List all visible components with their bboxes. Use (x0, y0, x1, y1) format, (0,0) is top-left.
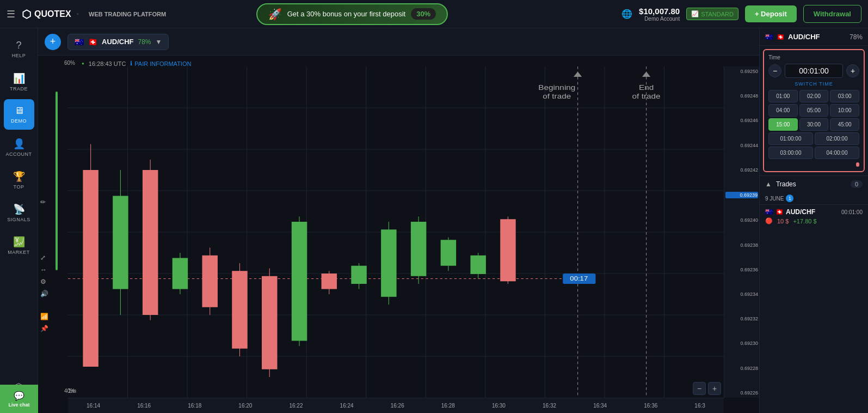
volume-icon[interactable]: 🔊 (40, 290, 48, 297)
sidebar-item-demo[interactable]: 🖥 DEMO (4, 99, 34, 130)
sidebar-item-market[interactable]: 💹 MARKET (4, 230, 34, 260)
preset-3000[interactable]: 30:00 (799, 118, 829, 131)
svg-rect-27 (83, 170, 98, 367)
time-5: 16:24 (340, 403, 354, 409)
svg-rect-39 (262, 276, 277, 369)
price-12: 0.69228 (725, 366, 758, 371)
svg-text:of trade: of trade (543, 92, 571, 100)
chart-container: + 🇦🇺 🇨🇭 AUD/CHF 78% ▼ ● 16:28:43 UTC ℹ P… (38, 28, 759, 413)
chevron-down-icon: ▼ (156, 38, 162, 46)
deposit-button[interactable]: + Deposit (745, 5, 797, 22)
preset-4500[interactable]: 45:00 (830, 118, 859, 131)
bonus-text: Get a 30% bonus on your first deposit (287, 10, 406, 18)
market-icon: 💹 (13, 236, 25, 248)
price-0: 0.69250 (725, 69, 758, 74)
right-panel: 🇦🇺 🇨🇭 AUD/CHF 78% Time − 00:01:00 + SWIT… (759, 28, 868, 413)
preset-0400[interactable]: 04:00 (768, 104, 798, 117)
sidebar-label-top: TOP (14, 184, 24, 190)
account-icon: 👤 (13, 138, 25, 150)
time-3: 16:20 (238, 403, 252, 409)
bonus-badge: 30% (411, 8, 436, 20)
chart-canvas: ● 16:28:43 UTC ℹ PAIR INFORMATION 60% 40… (38, 56, 759, 413)
menu-icon[interactable]: ☰ (7, 8, 15, 20)
right-pair-header: 🇦🇺 🇨🇭 AUD/CHF 78% (760, 28, 868, 46)
time-4: 16:22 (289, 403, 303, 409)
trades-date: 9 JUNE 1 (760, 192, 868, 204)
balance-label: Demo Account (644, 16, 680, 22)
indicator-icon[interactable]: 📶 (40, 313, 48, 320)
sidebar-item-help[interactable]: ? HELP (4, 34, 34, 64)
standard-badge: 📈 STANDARD (686, 8, 738, 20)
move-icon[interactable]: ↔ (40, 266, 48, 274)
price-6: 0.69240 (725, 217, 758, 223)
time-1: 16:16 (137, 403, 151, 409)
time-labels: 16:14 16:16 16:18 16:20 16:22 16:24 16:2… (68, 398, 724, 413)
preset-0200[interactable]: 02:00 (799, 90, 829, 102)
time-plus-button[interactable]: + (846, 64, 859, 77)
svg-rect-49 (411, 222, 426, 276)
preset-030000[interactable]: 03:00:00 (768, 147, 813, 159)
expand-icon[interactable]: ⤢ (40, 254, 48, 262)
add-button[interactable]: + (45, 34, 61, 50)
right-pair-pct: 78% (849, 33, 863, 41)
flag-au: 🇦🇺 (75, 38, 84, 46)
pin-icon[interactable]: 📌 (40, 325, 48, 332)
sidebar-item-top[interactable]: 🏆 TOP (4, 165, 34, 195)
time-presets-2col: 01:00:00 02:00:00 03:00:00 04:00:00 (768, 132, 859, 159)
logo: ⬡ QUOTEX · WEB TRADING PLATFORM (22, 8, 166, 21)
zoom-in-button[interactable]: + (708, 382, 721, 395)
sidebar-label-signals: SIGNALS (7, 217, 30, 222)
time-input-row: − 00:01:00 + (768, 64, 859, 78)
price-9: 0.69234 (725, 291, 758, 297)
time-6: 16:26 (391, 403, 404, 409)
svg-text:Beginning: Beginning (538, 83, 575, 92)
svg-rect-35 (202, 256, 217, 307)
flag-au-trade: 🇦🇺 (765, 208, 773, 216)
bonus-banner[interactable]: 🚀 Get a 30% bonus on your first deposit … (256, 3, 448, 25)
logo-text: QUOTEX (34, 9, 71, 19)
time-12: 16:3 (694, 403, 705, 409)
sidebar-item-trade[interactable]: 📊 TRADE (4, 66, 34, 97)
flag-au-right: 🇦🇺 (765, 33, 773, 41)
chat-icon: 💬 (14, 391, 24, 401)
preset-0500[interactable]: 05:00 (799, 104, 829, 117)
settings-icon[interactable]: ⚙ (40, 278, 48, 286)
preset-1000[interactable]: 10:00 (830, 104, 859, 117)
green-progress-bar (56, 92, 58, 270)
svg-rect-47 (381, 229, 396, 297)
price-1: 0.69248 (725, 93, 758, 99)
svg-rect-51 (441, 240, 456, 266)
pair-selector[interactable]: 🇦🇺 🇨🇭 AUD/CHF 78% ▼ (67, 34, 169, 50)
live-chat-button[interactable]: 💬 Live chat (0, 385, 38, 413)
separator: · (77, 9, 79, 19)
sidebar-item-signals[interactable]: 📡 SIGNALS (4, 197, 34, 228)
live-chat-label: Live chat (8, 402, 29, 408)
price-2: 0.69246 (725, 118, 758, 123)
timeframe-badge: 1m (68, 387, 76, 394)
time-10: 16:34 (593, 403, 607, 409)
flag-ch-trade: 🇨🇭 (775, 208, 784, 216)
price-labels: 0.69250 0.69248 0.69246 0.69244 0.69242 … (724, 66, 759, 398)
time-2: 16:18 (188, 403, 201, 409)
switch-time-label: SWITCH TIME (768, 81, 859, 87)
pencil-icon[interactable]: ✏ (40, 198, 48, 206)
trades-count: 0 (851, 180, 863, 188)
preset-0100[interactable]: 01:00 (768, 90, 798, 102)
trades-collapse-icon[interactable]: ▲ (765, 180, 772, 188)
withdrawal-button[interactable]: Withdrawal (803, 5, 861, 23)
svg-text:00:17: 00:17 (570, 275, 588, 282)
time-minus-button[interactable]: − (768, 64, 781, 77)
price-13: 0.69226 (725, 390, 758, 396)
balance-amount: $10,007.80 (639, 7, 680, 16)
trade-item: 🇦🇺 🇨🇭 AUD/CHF 00:01:00 🔴 10 $ +17.80 $ (760, 204, 868, 228)
sidebar-item-account[interactable]: 👤 ACCOUNT (4, 132, 34, 162)
preset-1500[interactable]: 15:00 (768, 118, 798, 131)
preset-040000[interactable]: 04:00:00 (815, 147, 859, 159)
preset-010000[interactable]: 01:00:00 (768, 132, 813, 145)
zoom-controls: − + (693, 382, 721, 395)
preset-020000[interactable]: 02:00:00 (815, 132, 859, 145)
trade-icon: 📊 (13, 72, 25, 84)
price-11: 0.69230 (725, 341, 758, 346)
preset-0300[interactable]: 03:00 (830, 90, 859, 102)
zoom-out-button[interactable]: − (693, 382, 706, 395)
